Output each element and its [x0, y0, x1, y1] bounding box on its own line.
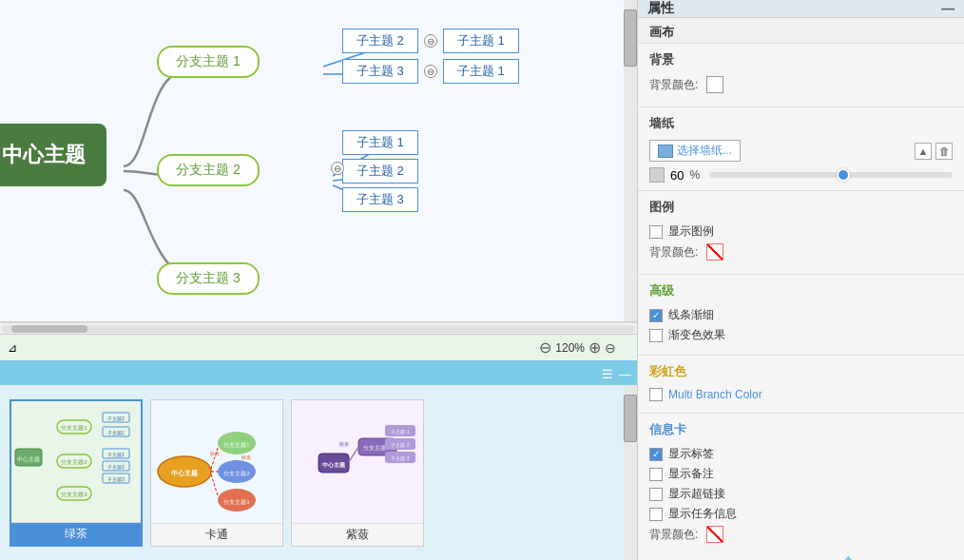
branch3[interactable]: 分支主题 3 — [157, 262, 260, 295]
line-taper-label: 线条渐细 — [668, 307, 714, 323]
sub-topic-2-3[interactable]: 子主题 3 — [342, 187, 418, 212]
show-task-text: 显示任务信息 — [668, 506, 737, 522]
sub-topic-1-1[interactable]: 子主题 2 — [342, 29, 418, 53]
rainbow-section: 彩虹色 Multi Branch Color — [638, 356, 964, 414]
percent-symbol: % — [689, 168, 700, 182]
zoom-controls: ⊖ 120% ⊕ ⊖ — [539, 338, 616, 357]
svg-text:中心主题: 中心主题 — [322, 461, 346, 468]
h-scrollbar-thumb[interactable] — [11, 325, 87, 333]
collapse-btn-2[interactable]: ⊖ — [424, 65, 437, 78]
canvas-vertical-scrollbar[interactable] — [624, 0, 637, 321]
svg-text:中心主题: 中心主题 — [171, 469, 198, 476]
legend-color-label: 背景颜色: — [649, 244, 699, 261]
collapse-btn-1[interactable]: ⊖ — [424, 34, 437, 48]
status-bar: ⊿ ⊖ 120% ⊕ ⊖ — [0, 334, 637, 360]
template-gallery[interactable]: 中心主题 分支主题1 分支主题2 分支主题3 子主题2 子主题1 子主题1 — [0, 385, 637, 560]
bg-color-row: 背景颜色: — [649, 76, 953, 93]
h-scrollbar-track[interactable] — [2, 325, 635, 333]
show-hyperlink-text: 显示超链接 — [668, 486, 725, 502]
show-label-text: 显示标签 — [668, 446, 714, 462]
show-task-checkbox[interactable] — [649, 508, 663, 521]
template-green-preview: 中心主题 分支主题1 分支主题2 分支主题3 子主题2 子主题1 子主题1 — [11, 401, 141, 522]
wallpaper-section-title: 墙纸 — [649, 115, 953, 132]
central-topic[interactable]: 中心主题 — [0, 124, 106, 186]
branch2-collapse[interactable]: ⊖ — [331, 162, 344, 175]
show-legend-row: 显示图例 — [649, 223, 953, 240]
branch2[interactable]: 分支主题 2 子主题 1 子主题 2 子主题 3 ⊖ — [157, 154, 260, 186]
zoom-in-btn[interactable]: ⊕ — [588, 338, 601, 357]
svg-line-28 — [211, 474, 218, 495]
show-note-checkbox[interactable] — [649, 468, 663, 481]
bg-color-swatch[interactable] — [706, 76, 723, 93]
zoom-out-btn[interactable]: ⊖ — [539, 338, 551, 357]
upload-icon[interactable]: ▲ — [915, 143, 932, 160]
h-scrollbar[interactable] — [0, 322, 637, 334]
multi-branch-checkbox[interactable] — [649, 388, 663, 401]
branch2-label[interactable]: 分支主题 2 — [157, 154, 260, 186]
minimize-panel-icon[interactable]: — — [941, 1, 954, 16]
opacity-slider[interactable] — [709, 172, 953, 178]
branch1[interactable]: 分支主题 1 子主题 2 ⊖ 子主题 1 子主题 3 ⊖ 子主题 1 — [157, 46, 260, 78]
show-task-row: 显示任务信息 — [649, 506, 953, 522]
svg-text:分支主题1: 分支主题1 — [223, 441, 250, 448]
canvas-scrollbar-thumb[interactable] — [624, 10, 637, 67]
svg-line-41 — [349, 447, 358, 462]
canvas-section-header: 画布 — [638, 18, 964, 44]
template-green-label: 绿茶 — [11, 522, 141, 545]
canvas-section-title: 画布 — [649, 25, 674, 39]
svg-text:子主题 3: 子主题 3 — [391, 455, 409, 461]
template-green-tea[interactable]: 中心主题 分支主题1 分支主题2 分支主题3 子主题2 子主题1 子主题1 — [10, 399, 143, 547]
svg-text:分支主题1: 分支主题1 — [61, 424, 87, 431]
delete-icon[interactable]: 🗑 — [935, 143, 953, 160]
advanced-section: 高级 线条渐细 渐变色效果 — [638, 275, 964, 356]
bg-color-label: 背景颜色: — [649, 77, 699, 93]
zoom-fit-btn[interactable]: ⊖ — [605, 340, 616, 356]
opacity-input-box[interactable] — [649, 167, 665, 183]
sub-topic-1-3[interactable]: 子主题 3 — [342, 59, 418, 84]
show-label-checkbox[interactable] — [649, 448, 663, 461]
sub-topic-2-1[interactable]: 子主题 1 — [342, 130, 418, 155]
line-taper-checkbox[interactable] — [649, 309, 663, 322]
minimize-panel-btn[interactable]: — — [619, 367, 631, 381]
bottom-scrollbar[interactable] — [624, 385, 637, 560]
svg-text:子主题3: 子主题3 — [107, 476, 125, 482]
branch3-label[interactable]: 分支主题 3 — [157, 262, 260, 295]
gradient-checkbox[interactable] — [649, 329, 663, 342]
legend-section-title: 图例 — [649, 199, 953, 216]
branch1-label[interactable]: 分支主题 1 — [157, 46, 260, 78]
show-hyperlink-checkbox[interactable] — [649, 488, 663, 501]
opacity-row: 60 % — [649, 167, 953, 183]
template-cartoon-label: 卡通 — [151, 523, 282, 546]
gradient-label: 渐变色效果 — [668, 327, 725, 343]
template-cartoon[interactable]: 中心主题 分支主题1 分支主题2 分支主题3 联系 — [150, 399, 283, 547]
svg-text:子主题2: 子主题2 — [107, 464, 125, 470]
mindmap-container: 中心主题 分支主题 1 子主题 2 ⊖ 子主题 1 子主题 3 ⊖ 子主题 1 — [0, 0, 624, 321]
panel-title-bar: 属性 — — [638, 0, 964, 18]
select-wallpaper-btn[interactable]: 选择墙纸... — [649, 140, 741, 162]
legend-color-swatch[interactable] — [706, 243, 723, 261]
mindmap-canvas[interactable]: 中心主题 分支主题 1 子主题 2 ⊖ 子主题 1 子主题 3 ⊖ 子主题 1 — [0, 0, 637, 322]
background-section-title: 背景 — [649, 51, 953, 68]
opacity-slider-thumb[interactable] — [837, 168, 850, 182]
bottom-scrollbar-thumb[interactable] — [624, 395, 637, 442]
info-card-color-swatch[interactable] — [706, 526, 723, 543]
filter-icon[interactable]: ⊿ — [8, 341, 17, 355]
properties-panel: 属性 — 画布 背景 背景颜色: 墙纸 选择墙纸... ▲ 🗑 60 — [637, 0, 964, 560]
multi-branch-row: Multi Branch Color — [649, 388, 953, 401]
sub-topic-1-4[interactable]: 子主题 1 — [443, 59, 519, 84]
svg-text:子主题1: 子主题1 — [107, 452, 125, 457]
template-purple[interactable]: 中心主题 分支主题 1 子主题 1 子主题 2 子主题 3 — [291, 399, 424, 547]
sub-topic-1-2[interactable]: 子主题 1 — [443, 29, 519, 53]
svg-text:中心主题: 中心主题 — [17, 455, 40, 462]
template-cartoon-preview: 中心主题 分支主题1 分支主题2 分支主题3 联系 — [151, 400, 282, 523]
zoom-level: 120% — [555, 341, 585, 355]
show-legend-checkbox[interactable] — [649, 225, 663, 239]
show-note-row: 显示备注 — [649, 466, 953, 482]
rainbow-section-title: 彩虹色 — [649, 363, 953, 380]
sub-topic-2-2[interactable]: 子主题 2 — [342, 159, 418, 183]
svg-text:联系: 联系 — [339, 441, 349, 447]
svg-text:分支主题3: 分支主题3 — [61, 491, 87, 497]
svg-text:子主题 1: 子主题 1 — [391, 429, 409, 434]
green-tea-svg: 中心主题 分支主题1 分支主题2 分支主题3 子主题2 子主题1 子主题1 — [11, 401, 141, 522]
list-view-icon[interactable]: ☰ — [602, 367, 613, 381]
